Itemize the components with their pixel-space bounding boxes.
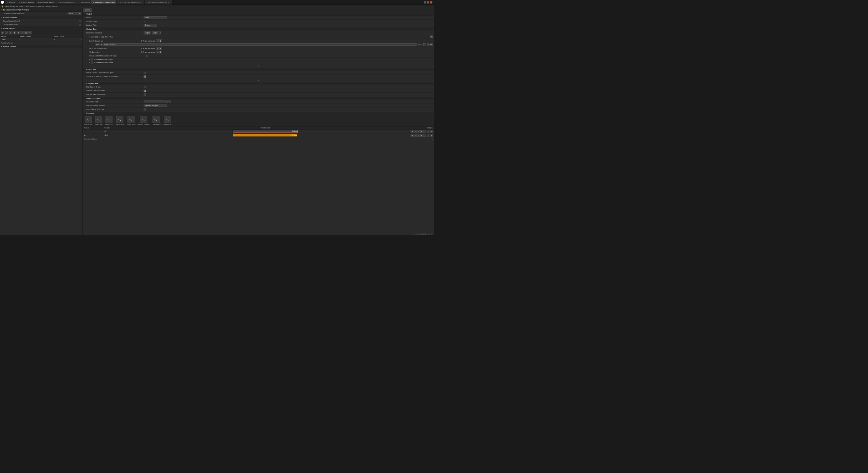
target-section-header[interactable]: ▼ Target <box>83 12 434 16</box>
exclude-add-btn[interactable]: + <box>156 47 158 50</box>
export-script-action[interactable]: A ⬆ Export Script <box>127 116 135 125</box>
tab-reference-viewer[interactable]: ◉ Reference Viewer <box>36 0 56 5</box>
svg-text:♫: ♫ <box>143 119 145 121</box>
toolbar-btn-5[interactable]: ⬇ <box>17 31 20 34</box>
tab-editor-preferences[interactable]: ⚙ Editor Preferences <box>56 0 77 5</box>
import-dialogue-action[interactable]: A ♫ Import Dialogue <box>138 116 149 125</box>
game-targets-table: Target Conflict Status Word Count Game ✓… <box>0 35 83 41</box>
raw-audio-path-input[interactable] <box>144 101 167 103</box>
import-script-action[interactable]: A ⬇ Import Script <box>116 116 124 125</box>
toolbar-btn-3[interactable]: ↻ <box>9 31 12 34</box>
path-suffix-dropdown[interactable]: ▾ <box>427 43 433 46</box>
zh-export-script-btn[interactable]: ⬆ <box>424 130 426 133</box>
tab-menumap[interactable]: ☰ MenuMap <box>77 0 91 5</box>
raw-audio-path-row: Raw Audio Path ··· <box>83 100 434 104</box>
add-source-locations-checkbox[interactable]: ☑ <box>144 75 146 77</box>
meta-chevron[interactable]: ▶ <box>89 62 90 64</box>
tab-en-game[interactable]: ○ en - Game - Translation E... <box>117 0 145 5</box>
search-dir-del-btn[interactable]: 🗑 <box>159 40 162 42</box>
en-copy-btn[interactable]: ⊕ <box>411 134 414 137</box>
table-row[interactable]: Game ✓ 1 ✕ <box>0 38 83 41</box>
add-new-culture[interactable]: Add New Culture ▾ <box>83 137 434 141</box>
compile-text-action[interactable]: A ✓ Compile Text <box>163 116 172 125</box>
dep-dropdown-arrow[interactable]: ▾ <box>159 31 162 34</box>
game-tab[interactable]: Game <box>83 8 92 12</box>
count-words-action[interactable]: A # Count Words <box>152 116 160 125</box>
export-text-section-header[interactable]: ▼ Export Text <box>83 67 434 71</box>
skip-source-check-row: Skip Source Check <box>83 85 434 89</box>
gather-from-text-files-row: ▼ Gather from Text Files 🔧 <box>83 35 434 39</box>
validate-format-checkbox[interactable]: ☑ <box>144 90 146 92</box>
file-ext-del-btn[interactable]: 🗑 <box>159 51 162 53</box>
source-control-header[interactable]: ▼ Source Control <box>0 16 83 20</box>
packages-chevron[interactable]: ▶ <box>89 58 90 60</box>
imported-dialogue-folder-input[interactable] <box>144 104 167 107</box>
cultures-section-header[interactable]: ▼ Cultures <box>83 111 434 115</box>
zh-export-btn[interactable]: ↑ <box>417 130 420 133</box>
localization-service-provider-header[interactable]: ▼ Localization Service Provider <box>0 8 83 12</box>
gather-from-packages-checkbox[interactable] <box>91 58 93 61</box>
search-dir-add-btn[interactable]: + <box>156 40 158 42</box>
persist-comments-checkbox[interactable] <box>144 72 146 74</box>
toolbar-btn-2[interactable]: ↺ <box>5 31 8 34</box>
zh-copy-btn[interactable]: ⊕ <box>411 130 414 133</box>
loc-service-provider-row: Localization Service Provider None <box>0 12 83 16</box>
enable-source-control-checkbox[interactable] <box>79 20 81 22</box>
close-button[interactable]: ✕ <box>430 1 432 3</box>
import-text-action[interactable]: A ↓ Import Text <box>95 116 102 125</box>
add-new-target[interactable]: Add New Target <box>0 41 83 45</box>
en-import-btn[interactable]: ↓ <box>414 134 417 137</box>
tab-localization-dashboard[interactable]: ◉ Localization Dashboard <box>91 0 116 5</box>
gather-from-text-files-checkbox[interactable] <box>91 36 93 38</box>
zh-delete-btn[interactable]: ✕ <box>430 130 433 133</box>
editor-btn[interactable]: Editor <box>152 31 158 34</box>
tab-project-settings[interactable]: ⚙ Project Settings <box>17 0 36 5</box>
path-ellipsis-btn[interactable]: ··· <box>423 43 426 46</box>
engine-targets-header[interactable]: ▶ Engine Targets <box>0 45 83 48</box>
raw-audio-ellipsis[interactable]: ··· <box>168 101 171 103</box>
exclude-del-btn[interactable]: 🗑 <box>159 47 162 50</box>
should-gather-editor-only-row: Should Gather from Editor Only Data <box>83 54 434 58</box>
import-dialogue-arrow: ▼ <box>84 97 85 99</box>
minimize-button[interactable]: _ <box>424 1 426 3</box>
enable-auto-submit-checkbox[interactable] <box>79 24 81 26</box>
validate-whitespace-checkbox[interactable] <box>144 93 146 95</box>
gather-text-action[interactable]: A ↑ Gather Text <box>84 116 92 125</box>
gather-from-meta-checkbox[interactable] <box>91 62 93 64</box>
loading-policy-dropdown[interactable]: Game <box>144 24 157 27</box>
toolbar-btn-1[interactable]: ⚙ <box>1 31 4 34</box>
import-dialogue-section-header[interactable]: ▼ Import Dialogue <box>83 96 434 100</box>
compile-text-section-header[interactable]: ▼ Compile Text <box>83 81 434 85</box>
export-text-action[interactable]: A → Export Text <box>105 116 113 125</box>
should-gather-editor-only-checkbox[interactable] <box>146 55 148 57</box>
en-export-script-btn[interactable]: ⬆ <box>424 134 426 137</box>
toolbar-btn-7[interactable]: ⊞ <box>24 31 28 34</box>
tab-plugins[interactable]: ⚙ Plugins <box>5 0 17 5</box>
engine-btn[interactable]: Engine <box>144 31 151 34</box>
en-dialogue-btn[interactable]: ♫ <box>427 134 429 137</box>
zh-import-script-btn[interactable]: ⬇ <box>420 130 423 133</box>
col-actions-header: Actions <box>406 127 433 129</box>
import-native-source-checkbox[interactable] <box>144 108 146 110</box>
maximize-button[interactable]: □ <box>427 1 429 3</box>
game-targets-header[interactable]: ▼ Game Targets <box>0 27 83 30</box>
toolbar-btn-4[interactable]: ⬆ <box>13 31 16 34</box>
en-export-btn[interactable]: ↑ <box>417 134 420 137</box>
zh-import-btn[interactable]: ↓ <box>414 130 417 133</box>
zh-dialogue-btn[interactable]: ♫ <box>427 130 429 133</box>
path-type-dropdown[interactable]: Auto <box>95 43 103 46</box>
tab-zh-game[interactable]: ○ zh - Game - Translation E... <box>145 0 173 5</box>
target-name-input[interactable] <box>144 16 167 19</box>
skip-source-check-checkbox[interactable] <box>144 86 146 88</box>
gather-text-section-header[interactable]: ▼ Gather Text <box>83 27 434 31</box>
toolbar-btn-6[interactable]: ≡ <box>21 31 24 34</box>
gather-text-chevron[interactable]: ▼ <box>89 36 90 38</box>
path-text-input[interactable] <box>104 43 417 46</box>
toolbar-btn-8[interactable]: ✎ <box>28 31 32 34</box>
svg-text:✓: ✓ <box>167 119 169 121</box>
en-delete-btn[interactable]: ✕ <box>430 134 433 137</box>
en-import-script-btn[interactable]: ⬇ <box>420 134 423 137</box>
left-panel: ▼ Localization Service Provider Localiza… <box>0 8 83 235</box>
localization-service-dropdown[interactable]: None <box>68 12 81 15</box>
file-ext-add-btn[interactable]: + <box>156 51 158 53</box>
